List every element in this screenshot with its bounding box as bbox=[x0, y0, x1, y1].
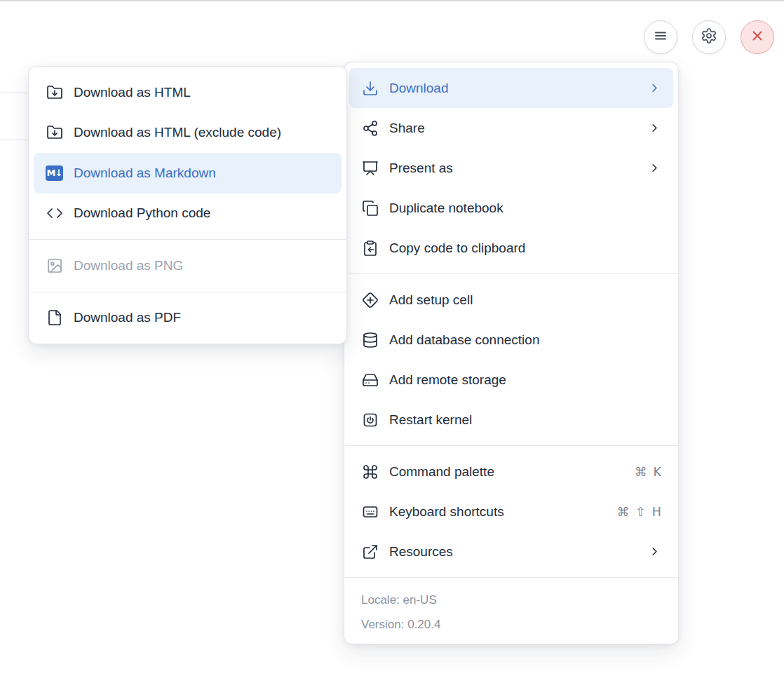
menu-item-label: Duplicate notebook bbox=[389, 201, 503, 216]
notebook-menu: Download Share Present as Duplicate note… bbox=[344, 62, 679, 644]
notebook-toolbar bbox=[644, 20, 774, 54]
hard-drive-icon bbox=[361, 371, 379, 388]
menu-item-label: Add setup cell bbox=[389, 292, 473, 308]
folder-down-icon bbox=[46, 124, 63, 142]
clipboard-arrow-icon bbox=[361, 239, 379, 257]
chevron-right-icon bbox=[648, 161, 661, 175]
file-icon bbox=[46, 309, 63, 327]
power-square-icon bbox=[361, 411, 379, 428]
close-button[interactable] bbox=[741, 20, 774, 54]
gear-icon bbox=[701, 27, 717, 47]
menu-item-copy-code-to-clipboard[interactable]: Copy code to clipboard bbox=[349, 228, 673, 268]
menu-button[interactable] bbox=[644, 20, 677, 54]
menu-item-restart-kernel[interactable]: Restart kernel bbox=[349, 400, 673, 440]
shortcut-keys: ⌘ K bbox=[635, 465, 661, 479]
menu-item-add-database-connection[interactable]: Add database connection bbox=[349, 320, 673, 360]
chevron-right-icon bbox=[648, 81, 661, 95]
menu-item-label: Present as bbox=[389, 161, 453, 176]
menu-item-add-setup-cell[interactable]: Add setup cell bbox=[349, 280, 673, 320]
menu-item-label: Download as HTML (exclude code) bbox=[74, 125, 281, 140]
menu-footer: Locale: en-US Version: 0.20.4 bbox=[344, 583, 678, 638]
menu-item-label: Resources bbox=[389, 544, 453, 560]
menu-item-label: Download as Markdown bbox=[74, 165, 216, 181]
diamond-plus-icon bbox=[361, 291, 379, 309]
menu-item-label: Download as PDF bbox=[74, 310, 181, 325]
code-icon bbox=[46, 205, 63, 222]
download-submenu: Download as HTML Download as HTML (exclu… bbox=[28, 66, 347, 344]
version-text: Version: 0.20.4 bbox=[361, 612, 661, 637]
top-border-line bbox=[0, 0, 784, 1]
menu-item-label: Command palette bbox=[389, 464, 494, 480]
menu-item-label: Copy code to clipboard bbox=[389, 241, 525, 256]
hamburger-icon bbox=[652, 27, 669, 47]
app-screen: Download as HTML Download as HTML (exclu… bbox=[0, 0, 784, 690]
menu-item-label: Share bbox=[389, 121, 425, 136]
external-link-icon bbox=[361, 543, 379, 560]
menu-item-duplicate-notebook[interactable]: Duplicate notebook bbox=[349, 188, 673, 228]
menu-separator bbox=[344, 577, 678, 578]
menu-item-download-as-png: Download as PNG bbox=[34, 245, 342, 286]
menu-item-label: Restart kernel bbox=[389, 412, 472, 428]
menu-item-share[interactable]: Share bbox=[349, 108, 673, 148]
download-icon bbox=[361, 79, 379, 97]
menu-item-command-palette[interactable]: Command palette ⌘ K bbox=[349, 452, 673, 492]
menu-separator bbox=[344, 273, 678, 274]
background-divider bbox=[0, 93, 29, 93]
menu-item-download-python-code[interactable]: Download Python code bbox=[34, 194, 342, 234]
menu-item-label: Download as PNG bbox=[74, 258, 183, 273]
close-x-icon bbox=[749, 27, 766, 47]
background-divider bbox=[0, 140, 29, 140]
menu-item-label: Download as HTML bbox=[74, 85, 191, 100]
menu-item-label: Keyboard shortcuts bbox=[389, 504, 504, 520]
menu-item-keyboard-shortcuts[interactable]: Keyboard shortcuts ⌘ ⇧ H bbox=[349, 492, 673, 532]
shortcut-key: ⇧ bbox=[635, 505, 646, 519]
locale-text: Locale: en-US bbox=[361, 588, 661, 612]
shortcut-key: H bbox=[652, 505, 661, 519]
menu-item-resources[interactable]: Resources bbox=[349, 532, 673, 571]
menu-separator bbox=[29, 292, 346, 292]
menu-item-label: Download bbox=[389, 81, 449, 96]
chevron-right-icon bbox=[648, 545, 661, 558]
menu-item-download-as-markdown[interactable]: M↓ Download as Markdown bbox=[34, 153, 342, 194]
menu-item-download-as-pdf[interactable]: Download as PDF bbox=[34, 298, 342, 339]
menu-item-download-as-html-exclude-code[interactable]: Download as HTML (exclude code) bbox=[34, 113, 342, 154]
shortcut-key: ⌘ bbox=[617, 505, 630, 519]
database-icon bbox=[361, 331, 379, 349]
folder-down-icon bbox=[46, 83, 63, 101]
shortcut-key: ⌘ bbox=[635, 465, 647, 479]
share-icon bbox=[361, 119, 379, 137]
menu-separator bbox=[344, 445, 678, 446]
copy-icon bbox=[361, 199, 379, 217]
keyboard-icon bbox=[361, 503, 379, 520]
shortcut-key: K bbox=[654, 465, 661, 479]
presentation-icon bbox=[361, 159, 379, 177]
menu-item-label: Download Python code bbox=[74, 205, 210, 221]
menu-item-download[interactable]: Download bbox=[349, 68, 673, 108]
menu-separator bbox=[29, 239, 346, 240]
markdown-icon: M↓ bbox=[46, 164, 63, 182]
settings-button[interactable] bbox=[692, 20, 726, 54]
menu-item-download-as-html[interactable]: Download as HTML bbox=[34, 72, 342, 113]
menu-item-add-remote-storage[interactable]: Add remote storage bbox=[349, 360, 673, 400]
chevron-right-icon bbox=[648, 121, 661, 135]
image-icon bbox=[46, 257, 63, 274]
menu-item-label: Add database connection bbox=[389, 332, 539, 348]
menu-item-present-as[interactable]: Present as bbox=[349, 148, 673, 188]
shortcut-keys: ⌘ ⇧ H bbox=[617, 505, 661, 519]
command-icon bbox=[361, 463, 379, 480]
menu-item-label: Add remote storage bbox=[389, 372, 506, 388]
